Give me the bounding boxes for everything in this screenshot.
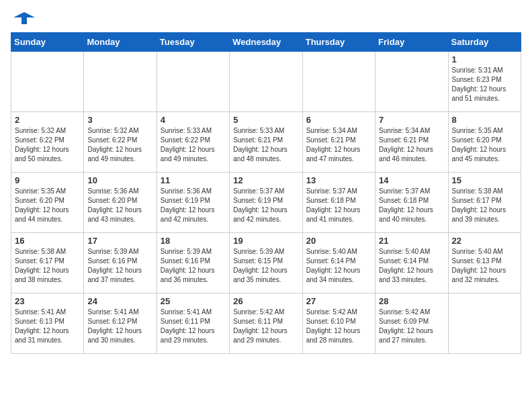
calendar-day-cell: 5Sunrise: 5:33 AM Sunset: 6:21 PM Daylig… [230,112,302,173]
calendar-day-cell [11,52,84,112]
calendar-week-row: 2Sunrise: 5:32 AM Sunset: 6:22 PM Daylig… [11,112,521,173]
calendar-day-cell: 24Sunrise: 5:41 AM Sunset: 6:12 PM Dayli… [84,293,157,354]
day-number: 10 [87,175,152,185]
day-number: 27 [306,296,371,306]
day-number: 24 [87,296,152,306]
day-info: Sunrise: 5:40 AM Sunset: 6:13 PM Dayligh… [452,247,517,285]
calendar-day-cell: 25Sunrise: 5:41 AM Sunset: 6:11 PM Dayli… [157,293,229,354]
calendar-week-row: 1Sunrise: 5:31 AM Sunset: 6:23 PM Daylig… [11,52,521,112]
day-number: 9 [15,175,80,185]
calendar-day-cell [84,52,157,112]
day-number: 17 [87,236,152,246]
calendar-table: SundayMondayTuesdayWednesdayThursdayFrid… [11,32,521,354]
day-info: Sunrise: 5:39 AM Sunset: 6:15 PM Dayligh… [233,247,298,285]
calendar-day-cell: 10Sunrise: 5:36 AM Sunset: 6:20 PM Dayli… [84,173,157,233]
day-number: 21 [379,236,444,246]
day-number: 28 [379,296,444,306]
day-number: 4 [161,115,226,125]
day-of-week-header: Thursday [302,33,375,52]
calendar-day-cell: 11Sunrise: 5:36 AM Sunset: 6:19 PM Dayli… [157,173,229,233]
day-of-week-header: Tuesday [157,33,229,52]
page-header [11,11,521,26]
calendar-day-cell: 19Sunrise: 5:39 AM Sunset: 6:15 PM Dayli… [230,233,302,293]
calendar-day-cell: 1Sunrise: 5:31 AM Sunset: 6:23 PM Daylig… [448,52,521,112]
calendar-day-cell: 27Sunrise: 5:42 AM Sunset: 6:10 PM Dayli… [302,293,375,354]
day-of-week-header: Monday [84,33,157,52]
day-info: Sunrise: 5:34 AM Sunset: 6:21 PM Dayligh… [379,126,444,164]
day-info: Sunrise: 5:32 AM Sunset: 6:22 PM Dayligh… [87,126,152,164]
day-number: 7 [379,115,444,125]
day-number: 11 [161,175,226,185]
calendar-day-cell: 23Sunrise: 5:41 AM Sunset: 6:13 PM Dayli… [11,293,84,354]
day-info: Sunrise: 5:33 AM Sunset: 6:22 PM Dayligh… [161,126,226,164]
day-of-week-header: Friday [375,33,448,52]
day-info: Sunrise: 5:33 AM Sunset: 6:21 PM Dayligh… [233,126,298,164]
day-info: Sunrise: 5:41 AM Sunset: 6:13 PM Dayligh… [15,308,80,345]
calendar-day-cell [230,52,302,112]
calendar-week-row: 9Sunrise: 5:35 AM Sunset: 6:20 PM Daylig… [11,173,521,233]
calendar-day-cell: 12Sunrise: 5:37 AM Sunset: 6:19 PM Dayli… [230,173,302,233]
day-info: Sunrise: 5:37 AM Sunset: 6:18 PM Dayligh… [306,187,371,224]
day-info: Sunrise: 5:31 AM Sunset: 6:23 PM Dayligh… [452,66,517,103]
day-number: 20 [306,236,371,246]
calendar-day-cell: 3Sunrise: 5:32 AM Sunset: 6:22 PM Daylig… [84,112,157,173]
day-of-week-header: Wednesday [230,33,302,52]
svg-marker-0 [13,12,35,24]
day-info: Sunrise: 5:41 AM Sunset: 6:12 PM Dayligh… [87,308,152,345]
calendar-day-cell: 2Sunrise: 5:32 AM Sunset: 6:22 PM Daylig… [11,112,84,173]
day-info: Sunrise: 5:34 AM Sunset: 6:21 PM Dayligh… [306,126,371,164]
logo [11,11,35,26]
day-info: Sunrise: 5:32 AM Sunset: 6:22 PM Dayligh… [15,126,80,164]
day-number: 6 [306,115,371,125]
day-info: Sunrise: 5:41 AM Sunset: 6:11 PM Dayligh… [161,308,226,345]
day-number: 3 [87,115,152,125]
day-info: Sunrise: 5:38 AM Sunset: 6:17 PM Dayligh… [15,247,80,285]
calendar-day-cell: 9Sunrise: 5:35 AM Sunset: 6:20 PM Daylig… [11,173,84,233]
calendar-day-cell: 26Sunrise: 5:42 AM Sunset: 6:11 PM Dayli… [230,293,302,354]
day-number: 5 [233,115,298,125]
day-number: 1 [452,54,517,64]
calendar-day-cell: 4Sunrise: 5:33 AM Sunset: 6:22 PM Daylig… [157,112,229,173]
day-info: Sunrise: 5:42 AM Sunset: 6:11 PM Dayligh… [233,308,298,345]
calendar-day-cell: 16Sunrise: 5:38 AM Sunset: 6:17 PM Dayli… [11,233,84,293]
calendar-day-cell: 21Sunrise: 5:40 AM Sunset: 6:14 PM Dayli… [375,233,448,293]
day-info: Sunrise: 5:37 AM Sunset: 6:19 PM Dayligh… [233,187,298,224]
calendar-day-cell [302,52,375,112]
day-info: Sunrise: 5:42 AM Sunset: 6:10 PM Dayligh… [306,308,371,345]
day-info: Sunrise: 5:36 AM Sunset: 6:19 PM Dayligh… [161,187,226,224]
logo-bird-icon [13,11,35,26]
day-number: 25 [161,296,226,306]
calendar-day-cell: 18Sunrise: 5:39 AM Sunset: 6:16 PM Dayli… [157,233,229,293]
calendar-day-cell: 13Sunrise: 5:37 AM Sunset: 6:18 PM Dayli… [302,173,375,233]
calendar-day-cell: 8Sunrise: 5:35 AM Sunset: 6:20 PM Daylig… [448,112,521,173]
calendar-day-cell: 28Sunrise: 5:42 AM Sunset: 6:09 PM Dayli… [375,293,448,354]
day-info: Sunrise: 5:39 AM Sunset: 6:16 PM Dayligh… [161,247,226,285]
day-number: 18 [161,236,226,246]
day-info: Sunrise: 5:42 AM Sunset: 6:09 PM Dayligh… [379,308,444,345]
day-number: 15 [452,175,517,185]
calendar-week-row: 16Sunrise: 5:38 AM Sunset: 6:17 PM Dayli… [11,233,521,293]
calendar-day-cell: 15Sunrise: 5:38 AM Sunset: 6:17 PM Dayli… [448,173,521,233]
day-number: 2 [15,115,80,125]
calendar-day-cell: 22Sunrise: 5:40 AM Sunset: 6:13 PM Dayli… [448,233,521,293]
calendar-day-cell [375,52,448,112]
day-info: Sunrise: 5:36 AM Sunset: 6:20 PM Dayligh… [87,187,152,224]
calendar-day-cell: 17Sunrise: 5:39 AM Sunset: 6:16 PM Dayli… [84,233,157,293]
day-info: Sunrise: 5:40 AM Sunset: 6:14 PM Dayligh… [306,247,371,285]
day-of-week-header: Sunday [11,33,84,52]
calendar-day-cell: 14Sunrise: 5:37 AM Sunset: 6:18 PM Dayli… [375,173,448,233]
day-number: 16 [15,236,80,246]
day-info: Sunrise: 5:38 AM Sunset: 6:17 PM Dayligh… [452,187,517,224]
calendar-week-row: 23Sunrise: 5:41 AM Sunset: 6:13 PM Dayli… [11,293,521,354]
day-number: 8 [452,115,517,125]
day-info: Sunrise: 5:40 AM Sunset: 6:14 PM Dayligh… [379,247,444,285]
day-number: 23 [15,296,80,306]
day-number: 22 [452,236,517,246]
day-number: 19 [233,236,298,246]
day-info: Sunrise: 5:35 AM Sunset: 6:20 PM Dayligh… [452,126,517,164]
day-number: 14 [379,175,444,185]
day-number: 13 [306,175,371,185]
day-number: 26 [233,296,298,306]
calendar-day-cell [448,293,521,354]
calendar-day-cell: 6Sunrise: 5:34 AM Sunset: 6:21 PM Daylig… [302,112,375,173]
